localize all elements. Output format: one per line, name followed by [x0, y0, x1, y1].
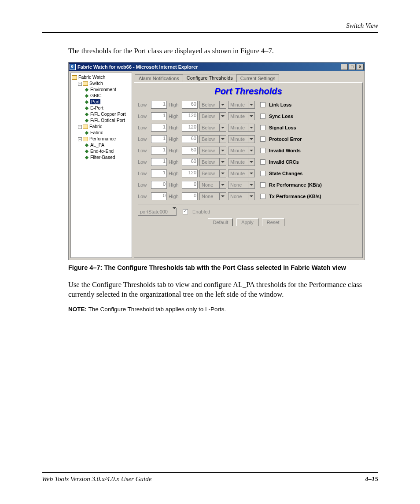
high-input[interactable]: 120 [182, 124, 198, 132]
period-select[interactable]: Minute [228, 169, 255, 177]
condition-select[interactable]: Below [199, 112, 226, 120]
period-value: Minute [228, 125, 248, 130]
low-input[interactable]: 1 [151, 124, 167, 132]
chevron-down-icon [219, 147, 226, 154]
chevron-down-icon [219, 101, 226, 108]
high-input[interactable]: 60 [182, 158, 198, 166]
tree-root[interactable]: Fabric Watch −Switch Environment GBIC Po… [72, 74, 132, 160]
tree-panel: Fabric Watch −Switch Environment GBIC Po… [70, 73, 132, 258]
low-input[interactable]: 1 [151, 169, 167, 177]
collapse-icon[interactable]: − [78, 82, 82, 86]
low-label: Low [138, 102, 149, 107]
high-input[interactable]: 60 [182, 101, 198, 109]
collapse-icon[interactable]: − [78, 125, 82, 129]
folder-icon [72, 75, 77, 80]
metric-checkbox[interactable] [260, 159, 265, 165]
tree-item-fabric[interactable]: Fabric [84, 129, 132, 136]
condition-select[interactable]: Below [199, 124, 226, 132]
minimize-button[interactable]: _ [341, 64, 348, 70]
period-select[interactable]: Minute [228, 112, 255, 120]
condition-select[interactable]: Below [199, 147, 226, 155]
default-button[interactable]: Default [208, 218, 233, 226]
high-input[interactable]: 0 [182, 192, 198, 200]
window-titlebar: Fabric Watch for web66 - Microsoft Inter… [69, 63, 365, 71]
metric-checkbox[interactable] [260, 171, 265, 176]
tree-item-ffl-optical[interactable]: F/FL Optical Port [84, 117, 132, 123]
period-select[interactable]: Minute [228, 147, 255, 155]
high-input[interactable]: 120 [182, 169, 198, 177]
low-input[interactable]: 1 [151, 101, 167, 109]
high-input[interactable]: 0 [182, 181, 198, 189]
condition-select[interactable]: None [199, 192, 226, 200]
tab-alarm-notifications[interactable]: Alarm Notifications [135, 74, 183, 82]
chevron-down-icon [219, 170, 226, 177]
tree-item-filterbased[interactable]: Filter-Based [84, 154, 132, 160]
low-input[interactable]: 1 [151, 158, 167, 166]
tree-performance[interactable]: −Performance AL_PA End-to-End Filter-Bas… [78, 136, 132, 160]
metric-checkbox[interactable] [260, 114, 265, 119]
high-input[interactable]: 120 [182, 112, 198, 120]
screenshot-window: Fabric Watch for web66 - Microsoft Inter… [68, 62, 365, 260]
tree-leaf-label: E-Port [90, 105, 103, 110]
metric-checkbox[interactable] [260, 136, 265, 142]
low-label: Low [138, 171, 149, 176]
tree-item-endtoend[interactable]: End-to-End [84, 148, 132, 154]
chevron-down-icon [248, 193, 254, 200]
condition-value: Below [200, 171, 219, 176]
metric-label: Tx Performance (KB/s) [269, 194, 321, 199]
tree-item-port[interactable]: Port [84, 99, 132, 105]
low-input[interactable]: 1 [151, 112, 167, 120]
tree-switch[interactable]: −Switch Environment GBIC Port E-Port F/F… [78, 80, 132, 123]
metric-checkbox[interactable] [260, 148, 265, 153]
tree-item-eport[interactable]: E-Port [84, 105, 132, 111]
metric-checkbox[interactable] [260, 182, 265, 188]
period-select[interactable]: None [228, 192, 255, 200]
metric-checkbox[interactable] [260, 194, 265, 199]
apply-button[interactable]: Apply [236, 218, 258, 226]
metric-label: Rx Performance (KB/s) [269, 182, 322, 188]
close-button[interactable]: × [357, 64, 364, 70]
period-select[interactable]: Minute [228, 158, 255, 166]
chevron-down-icon [248, 113, 254, 120]
period-select[interactable]: Minute [228, 124, 255, 132]
high-label: High [169, 171, 180, 176]
period-select[interactable]: None [228, 181, 255, 189]
high-label: High [169, 102, 180, 107]
period-select[interactable]: Minute [228, 101, 255, 109]
low-input[interactable]: 0 [151, 192, 167, 200]
condition-select[interactable]: Below [199, 169, 226, 177]
tree-fabric[interactable]: −Fabric Fabric [78, 123, 132, 136]
high-input[interactable]: 60 [182, 135, 198, 143]
condition-select[interactable]: None [199, 181, 226, 189]
low-input[interactable]: 1 [151, 135, 167, 143]
tree-item-alpa[interactable]: AL_PA [84, 142, 132, 148]
enabled-checkbox[interactable] [183, 209, 188, 214]
condition-select[interactable]: Below [199, 158, 226, 166]
condition-select[interactable]: Below [199, 135, 226, 143]
chevron-down-icon [248, 181, 254, 188]
metric-checkbox[interactable] [260, 125, 265, 130]
tree-item-environment[interactable]: Environment [84, 86, 132, 92]
port-select[interactable]: portState000 [138, 208, 177, 216]
tree-item-gbic[interactable]: GBIC [84, 92, 132, 99]
metric-checkbox[interactable] [260, 102, 265, 107]
leaf-icon [85, 113, 88, 116]
chevron-down-icon [248, 101, 254, 108]
tab-current-settings[interactable]: Current Settings [236, 74, 279, 82]
chevron-down-icon [248, 158, 254, 166]
reset-button[interactable]: Reset [262, 218, 284, 226]
tree-leaf-label: Filter-Based [90, 155, 115, 160]
threshold-row: Low1High120BelowMinuteSignal Loss [138, 124, 359, 132]
tab-configure-thresholds[interactable]: Configure Thresholds [183, 74, 237, 82]
high-input[interactable]: 60 [182, 147, 198, 155]
tree-leaf-label: Port [90, 99, 100, 104]
maximize-button[interactable]: □ [349, 64, 356, 70]
collapse-icon[interactable]: − [78, 137, 82, 141]
low-input[interactable]: 0 [151, 181, 167, 189]
condition-select[interactable]: Below [199, 101, 226, 109]
low-input[interactable]: 1 [151, 147, 167, 155]
metric-label: Signal Loss [269, 125, 296, 130]
tree-leaf-label: End-to-End [90, 148, 114, 154]
period-select[interactable]: Minute [228, 135, 255, 143]
tree-item-ffl-copper[interactable]: F/FL Copper Port [84, 111, 132, 117]
